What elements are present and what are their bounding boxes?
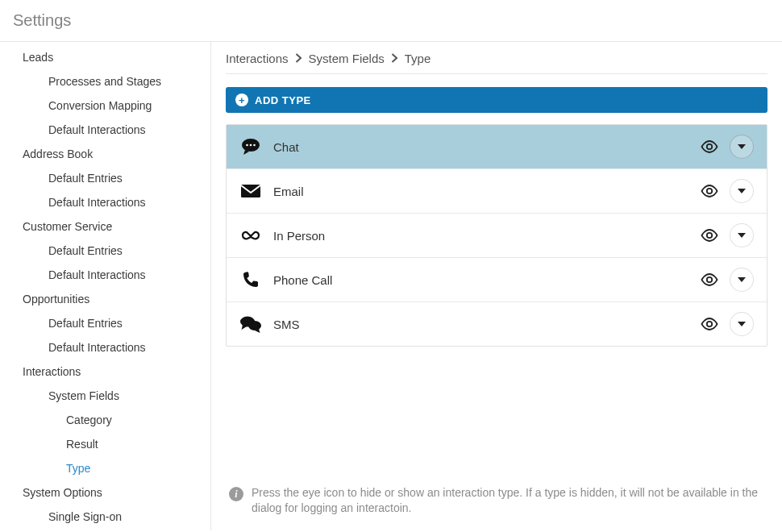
sidebar-item[interactable]: Default Interactions [0,118,210,142]
hint: i Press the eye icon to hide or show an … [226,477,767,521]
row-menu-button[interactable] [730,135,754,159]
sidebar-item[interactable]: Default Entries [0,311,210,335]
info-icon: i [229,487,243,501]
page-title: Settings [0,0,782,42]
type-row[interactable]: SMS [227,302,767,346]
svg-rect-5 [241,185,260,197]
type-row[interactable]: Email [227,169,767,214]
sidebar-section-label: Interactions [23,365,81,378]
sidebar-section[interactable]: Customer Service [0,214,210,239]
sidebar-item[interactable]: Category [0,408,210,432]
phone-icon [239,271,262,289]
sidebar-section[interactable]: Address Book [0,142,210,166]
breadcrumb-item[interactable]: Interactions [226,52,289,65]
svg-point-2 [250,144,252,147]
sidebar-section[interactable]: System Options [0,480,210,505]
sidebar-section-label: Address Book [23,148,93,160]
svg-point-4 [707,144,712,149]
sidebar-section[interactable]: Opportunities [0,287,210,311]
svg-point-1 [246,144,248,147]
sidebar-section[interactable]: Leads [0,45,210,69]
row-menu-button[interactable] [730,268,754,292]
caret-down-icon [738,233,746,238]
sidebar-section[interactable]: Interactions [0,360,210,384]
breadcrumb: Interactions System Fields Type [226,52,767,74]
type-label: Email [273,185,689,198]
sidebar-section-label: Opportunities [23,293,89,305]
caret-down-icon [738,189,746,193]
sidebar-item[interactable]: Default Interactions [0,190,210,214]
chevron-right-icon [391,52,398,65]
sidebar-item[interactable]: Default Entries [0,166,210,190]
plus-icon: + [235,94,248,106]
settings-sidebar: LeadsProcesses and StagesConversion Mapp… [0,42,211,530]
svg-point-10 [248,321,261,330]
row-menu-button[interactable] [730,223,754,247]
sidebar-item[interactable]: Result [0,432,210,456]
row-menu-button[interactable] [730,312,754,336]
breadcrumb-item[interactable]: Type [405,52,431,65]
svg-point-7 [707,233,712,238]
row-menu-button[interactable] [730,179,754,203]
chevron-right-icon [295,52,302,65]
sidebar-item[interactable]: Default Interactions [0,335,210,360]
sms-icon [239,315,262,333]
add-type-label: ADD TYPE [255,94,311,106]
sidebar-item[interactable]: Processes and Stages [0,69,210,94]
caret-down-icon [738,277,746,282]
sidebar-section-label: System Options [23,486,102,499]
visibility-toggle[interactable] [701,138,718,156]
type-list: ChatEmailIn PersonPhone CallSMS [226,124,767,347]
sidebar-section-label: Customer Service [23,220,112,233]
type-label: Phone Call [273,273,689,287]
svg-point-3 [253,144,256,147]
sidebar-item[interactable]: Default Interactions [0,263,210,287]
sidebar-item[interactable]: Type [0,456,210,480]
caret-down-icon [738,144,746,149]
visibility-toggle[interactable] [701,271,718,289]
svg-point-8 [707,277,712,282]
add-type-button[interactable]: + ADD TYPE [226,87,767,113]
hint-text: Press the eye icon to hide or show an in… [252,485,764,516]
in-person-icon [239,227,262,244]
sidebar-item[interactable]: Single Sign-on [0,505,210,529]
email-icon [239,182,262,200]
type-label: In Person [273,229,689,243]
sidebar-subsection-label: System Fields [48,389,119,402]
main-panel: Interactions System Fields Type + ADD TY… [211,42,782,530]
sidebar-subsection[interactable]: System Fields [0,384,210,408]
sidebar-section-label: Leads [23,51,53,64]
sidebar-item[interactable]: Conversion Mapping [0,94,210,118]
caret-down-icon [738,322,746,326]
type-label: Chat [273,140,689,154]
settings-tree: LeadsProcesses and StagesConversion Mapp… [0,45,210,529]
chat-icon [239,138,262,156]
visibility-toggle[interactable] [701,315,718,333]
type-row[interactable]: Chat [227,125,767,169]
type-row[interactable]: Phone Call [227,258,767,302]
sidebar-item[interactable]: Default Entries [0,239,210,263]
type-row[interactable]: In Person [227,214,767,258]
type-label: SMS [273,318,689,331]
visibility-toggle[interactable] [701,182,718,200]
svg-point-6 [707,189,712,193]
svg-point-11 [707,322,712,326]
visibility-toggle[interactable] [701,227,718,244]
breadcrumb-item[interactable]: System Fields [309,52,385,65]
